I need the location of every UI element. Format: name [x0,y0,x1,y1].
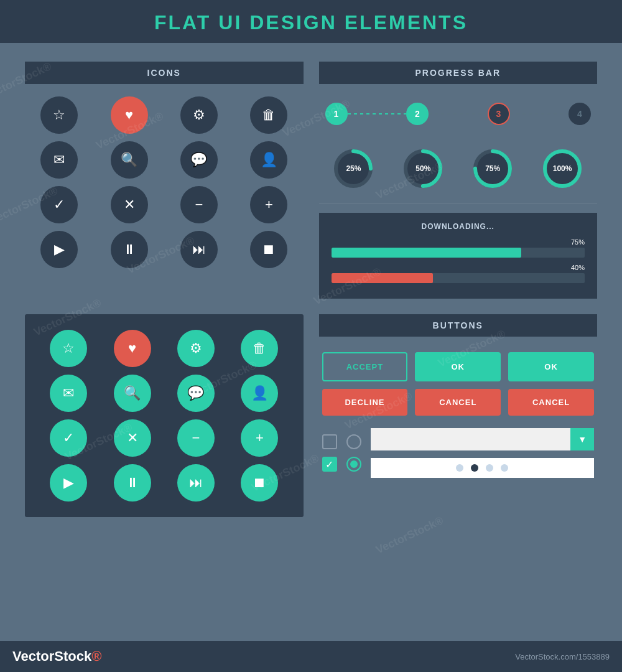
footer: VectorStock® VectorStock.com/1553889 [0,641,622,672]
select-box[interactable] [371,428,571,450]
progress-25: 25% [332,147,375,190]
play-icon-btn[interactable]: ▶ [40,231,78,268]
progress-bar-teal-fill [332,248,522,258]
pause-green-btn[interactable]: ⏸ [114,464,151,502]
progress-100: 100% [541,147,584,190]
user-icon-btn[interactable]: 👤 [250,141,287,179]
trash-green-btn[interactable]: 🗑 [241,330,278,367]
trash-icon-btn[interactable]: 🗑 [250,96,287,134]
progress-bar-red-track [332,273,585,283]
progress-100-label: 100% [553,164,572,173]
form-controls: ✓ ▼ [319,422,598,484]
buttons-section: BUTTONS ACCEPT OK OK DECLINE CANCEL CANC… [319,314,598,517]
progress-25-label: 25% [346,164,361,173]
stop-green-btn[interactable]: ⏹ [241,464,278,502]
search-green-btn[interactable]: 🔍 [114,375,151,412]
page-title: FLAT UI DESIGN ELEMENTS [0,11,622,34]
progress-bar-red-fill [332,273,433,283]
close-green-btn[interactable]: ✕ [114,419,151,457]
dot-1[interactable] [456,464,463,472]
footer-url: VectorStock.com/1553889 [515,652,610,661]
check-icon-btn[interactable]: ✓ [40,186,78,223]
dots-row [371,458,595,478]
step-3[interactable]: 3 [488,103,510,125]
progress-bar-red-row: 40% [332,264,585,283]
circular-progress-row: 25% 50% [319,138,598,203]
select-row: ▼ [371,428,595,450]
pause-icon-btn[interactable]: ⏸ [111,231,148,268]
user-green-btn[interactable]: 👤 [241,375,278,412]
progress-50: 50% [401,147,445,190]
icons-section-header: ICONS [25,62,304,84]
decline-button[interactable]: DECLINE [322,389,408,416]
step-4[interactable]: 4 [569,103,591,125]
gear-icon-btn[interactable]: ⚙ [180,96,218,134]
heart-icon-btn[interactable]: ♥ [111,96,148,134]
dot-2-active[interactable] [471,464,478,472]
radio-checked[interactable] [346,457,361,472]
search-icon-btn[interactable]: 🔍 [111,141,148,179]
buttons-section-header: BUTTONS [319,314,598,337]
select-column: ▼ [371,428,595,478]
chat-green-btn[interactable]: 💬 [177,375,215,412]
progress-bar-teal-label: 75% [332,238,585,246]
minus-icon-btn[interactable]: − [180,186,218,223]
progress-bar-teal-row: 75% [332,238,585,258]
step-line-2-3 [429,113,488,114]
footer-logo-symbol: ® [91,648,101,664]
play-green-btn[interactable]: ▶ [50,464,87,502]
progress-75-label: 75% [485,164,500,173]
heart-green-btn[interactable]: ♥ [114,330,151,367]
checkbox-unchecked[interactable] [322,434,337,449]
skip-green-btn[interactable]: ⏭ [177,464,215,502]
accept-button[interactable]: ACCEPT [322,352,408,381]
select-arrow[interactable]: ▼ [570,428,594,450]
radio-unchecked[interactable] [346,434,361,449]
button-grid: ACCEPT OK OK DECLINE CANCEL CANCEL [319,346,598,422]
plus-icon-btn[interactable]: + [250,186,287,223]
step-1[interactable]: 1 [325,103,348,125]
icons-section: ICONS ☆ ♥ ⚙ 🗑 ✉ 🔍 💬 👤 ✓ ✕ − + ▶ ⏸ ⏭ ⏹ [25,62,304,299]
icon-grid-dark: ☆ ♥ ⚙ 🗑 ✉ 🔍 💬 👤 ✓ ✕ − + ▶ ⏸ ⏭ ⏹ [25,93,304,271]
cancel-button-2[interactable]: CANCEL [508,389,594,416]
step-progress: 1 2 3 4 [319,93,598,138]
dot-4[interactable] [501,464,508,472]
progress-section: PROGRESS BAR 1 2 3 4 25% [319,62,598,299]
download-title: DOWNLOADING... [332,222,585,231]
plus-green-btn[interactable]: + [241,419,278,457]
progress-bar-teal-track [332,248,585,258]
checkbox-checked[interactable]: ✓ [322,457,337,472]
footer-logo: VectorStock® [12,648,101,665]
progress-bar-red-label: 40% [332,264,585,271]
icon-grid-green: ☆ ♥ ⚙ 🗑 ✉ 🔍 💬 👤 ✓ ✕ − + ▶ ⏸ ⏭ ⏹ [37,327,291,505]
ok-button-2[interactable]: OK [508,352,594,381]
mail-icon-btn[interactable]: ✉ [40,141,78,179]
progress-75: 75% [471,147,514,190]
header: FLAT UI DESIGN ELEMENTS [0,0,622,43]
step-2[interactable]: 2 [406,103,429,125]
dot-3[interactable] [486,464,493,472]
main-content: ICONS ☆ ♥ ⚙ 🗑 ✉ 🔍 💬 👤 ✓ ✕ − + ▶ ⏸ ⏭ ⏹ PR… [0,43,622,536]
mail-green-btn[interactable]: ✉ [50,375,87,412]
stop-icon-btn[interactable]: ⏹ [250,231,287,268]
download-section: DOWNLOADING... 75% 40% [319,213,598,299]
star-green-btn[interactable]: ☆ [50,330,87,367]
chat-icon-btn[interactable]: 💬 [180,141,218,179]
minus-green-btn[interactable]: − [177,419,215,457]
progress-section-header: PROGRESS BAR [319,62,598,84]
checkbox-column: ✓ [322,434,337,472]
radio-column [346,434,361,472]
ok-button-1[interactable]: OK [415,352,501,381]
gear-green-btn[interactable]: ⚙ [177,330,215,367]
check-green-btn[interactable]: ✓ [50,419,87,457]
form-row-1: ✓ ▼ [322,428,595,478]
cancel-button-1[interactable]: CANCEL [415,389,501,416]
star-icon-btn[interactable]: ☆ [40,96,78,134]
green-icons-section: ☆ ♥ ⚙ 🗑 ✉ 🔍 💬 👤 ✓ ✕ − + ▶ ⏸ ⏭ ⏹ [25,314,304,517]
step-line-1-2 [348,113,407,114]
skip-icon-btn[interactable]: ⏭ [180,231,218,268]
step-line-3-4 [510,113,569,114]
progress-50-label: 50% [415,164,430,173]
close-icon-btn[interactable]: ✕ [111,186,148,223]
